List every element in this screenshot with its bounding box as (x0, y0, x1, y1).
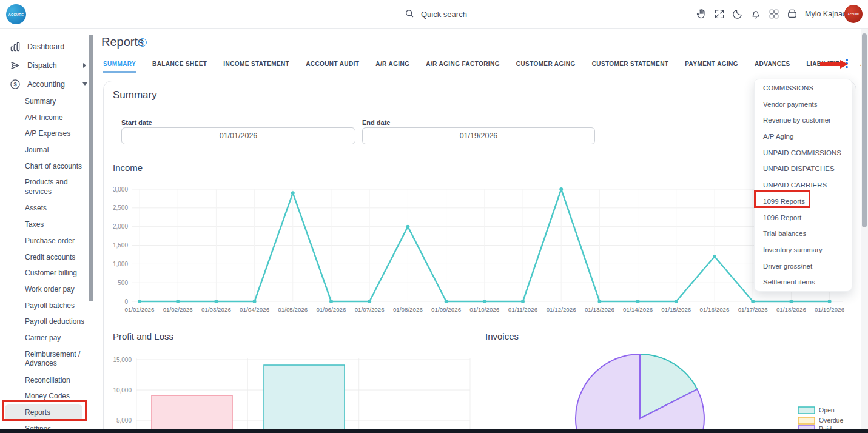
sidebar-item-chart-of-accounts[interactable]: Chart of accounts (5, 158, 82, 175)
menu-item-trial-balances[interactable]: Trial balances (755, 226, 852, 242)
sidebar-scrollbar[interactable] (89, 35, 93, 301)
tab-a-r-aging[interactable]: A/R AGING (375, 61, 409, 73)
menu-item-1096-report[interactable]: 1096 Report (755, 210, 852, 226)
sidebar-item-taxes[interactable]: Taxes (5, 216, 82, 233)
quick-search-label: Quick search (421, 10, 467, 19)
sidebar-item-accounting[interactable]: $Accounting (0, 75, 97, 93)
svg-text:01/10/2026: 01/10/2026 (469, 306, 500, 313)
sidebar-item-a-p-expenses[interactable]: A/P Expenses (5, 126, 82, 142)
dollar-circle-icon: $ (9, 78, 21, 90)
sidebar-item-payroll-batches[interactable]: Payroll batches (5, 298, 82, 314)
menu-item-inventory-summary[interactable]: Inventory summary (755, 242, 852, 258)
hand-icon[interactable] (695, 8, 707, 20)
pnl-chart: 5,00010,00015,000 (100, 340, 476, 433)
svg-text:01/01/2026: 01/01/2026 (124, 306, 155, 313)
svg-text:01/06/2026: 01/06/2026 (316, 306, 346, 313)
tab-payment-aging[interactable]: PAYMENT AGING (685, 61, 738, 73)
sidebar-item-work-order-pay[interactable]: Work order pay (5, 281, 82, 298)
sidebar-item-purchase-order[interactable]: Purchase order (5, 233, 82, 249)
sidebar-item-carrier-pay[interactable]: Carrier pay (5, 330, 82, 346)
avatar[interactable]: ACCURE (844, 5, 863, 23)
invoices-chart: OpenOverduePaid (479, 337, 858, 432)
topbar-icons (695, 8, 798, 20)
quick-search[interactable]: Quick search (404, 8, 467, 21)
summary-heading: Summary (113, 89, 157, 101)
svg-text:Open: Open (819, 406, 835, 414)
svg-text:1,500: 1,500 (113, 242, 128, 249)
svg-text:15,000: 15,000 (113, 357, 132, 363)
menu-item-driver-gross-net[interactable]: Driver gross/net (755, 258, 852, 275)
end-date-label: End date (362, 119, 390, 126)
sidebar-item-customer-billing[interactable]: Customer billing (5, 265, 82, 281)
sidebar-item-summary[interactable]: Summary (5, 93, 82, 110)
tab-customer-aging[interactable]: CUSTOMER AGING (516, 61, 576, 73)
page-title: Reports (101, 35, 144, 49)
chevron-right-icon (83, 63, 86, 68)
svg-text:01/18/2026: 01/18/2026 (776, 306, 807, 313)
svg-text:01/17/2026: 01/17/2026 (738, 306, 769, 313)
sidebar-item-assets[interactable]: Assets (5, 200, 82, 216)
tab-income-statement[interactable]: INCOME STATEMENT (223, 61, 289, 73)
svg-text:01/09/2026: 01/09/2026 (431, 306, 462, 313)
tab-balance-sheet[interactable]: BALANCE SHEET (152, 61, 207, 73)
reports-overflow-menu: COMMISSIONSVendor paymentsRevenue by cus… (754, 79, 852, 292)
app-logo[interactable]: ACCURE (6, 4, 26, 24)
sidebar: DashboardDispatch$Accounting SummaryA/R … (0, 29, 97, 433)
svg-text:500: 500 (118, 280, 128, 286)
moon-icon[interactable] (732, 8, 744, 20)
tab-summary[interactable]: SUMMARY (103, 61, 136, 73)
sidebar-item-a-r-income[interactable]: A/R Income (5, 110, 82, 126)
menu-item-revenue-by-customer[interactable]: Revenue by customer (755, 112, 852, 129)
printer-icon[interactable] (786, 8, 798, 20)
menu-item-unpaid-commissions[interactable]: UNPAID COMMISSIONS (755, 145, 852, 161)
app-window: ACCURE Quick search (0, 0, 868, 433)
menu-item-settlement-items[interactable]: Settlement items (755, 274, 852, 290)
tab-account-audit[interactable]: ACCOUNT AUDIT (306, 61, 359, 73)
menu-item-unpaid-dispatches[interactable]: UNPAID DISPATCHES (755, 161, 852, 177)
svg-text:01/14/2026: 01/14/2026 (623, 306, 653, 313)
svg-text:01/05/2026: 01/05/2026 (278, 306, 308, 313)
topbar: ACCURE Quick search (0, 0, 868, 29)
sidebar-item-reconciliation[interactable]: Reconciliation (5, 372, 82, 389)
fullscreen-icon[interactable] (713, 8, 725, 20)
sidebar-item-label: Accounting (27, 80, 65, 89)
svg-text:01/16/2026: 01/16/2026 (699, 306, 730, 313)
sidebar-accounting-children: SummaryA/R IncomeA/P ExpensesJournalChar… (0, 93, 97, 433)
main-scrollbar[interactable] (862, 33, 867, 227)
svg-text:01/19/2026: 01/19/2026 (815, 306, 845, 313)
svg-text:5,000: 5,000 (116, 417, 132, 424)
sidebar-item-reimbursement-advances[interactable]: Reimbursement / Advances (5, 346, 82, 372)
help-icon[interactable]: ? (138, 38, 147, 47)
chevron-down-icon (82, 82, 87, 86)
annotation-box-menu-1099 (754, 190, 810, 208)
sidebar-item-products-and-services[interactable]: Products and services (5, 174, 82, 200)
tab-customer-statement[interactable]: CUSTOMER STATEMENT (592, 61, 669, 73)
sidebar-item-dashboard[interactable]: Dashboard (0, 37, 97, 56)
menu-item-a-p-aging[interactable]: A/P Aging (755, 129, 852, 145)
bell-icon[interactable] (750, 8, 762, 20)
tabs-divider (103, 73, 856, 73)
tab-advances[interactable]: ADVANCES (755, 61, 790, 73)
user-name[interactable]: Mylo Kajnaco (805, 10, 850, 18)
sidebar-item-credit-accounts[interactable]: Credit accounts (5, 249, 82, 266)
svg-text:01/02/2026: 01/02/2026 (163, 306, 193, 313)
svg-text:2,000: 2,000 (113, 223, 128, 230)
apps-grid-icon[interactable] (768, 8, 780, 20)
svg-text:01/03/2026: 01/03/2026 (201, 306, 232, 313)
sidebar-item-journal[interactable]: Journal (5, 142, 82, 158)
sidebar-item-dispatch[interactable]: Dispatch (0, 56, 97, 75)
svg-text:3,000: 3,000 (113, 186, 128, 193)
svg-text:$: $ (13, 81, 16, 87)
start-date-input[interactable]: 01/01/2026 (121, 127, 355, 144)
menu-item-commissions[interactable]: COMMISSIONS (755, 80, 852, 96)
svg-text:2,500: 2,500 (113, 204, 128, 211)
menu-item-vendor-payments[interactable]: Vendor payments (755, 96, 852, 113)
svg-text:01/11/2026: 01/11/2026 (508, 306, 538, 313)
search-icon (404, 8, 415, 21)
sidebar-item-payroll-deductions[interactable]: Payroll deductions (5, 314, 82, 330)
tab-a-r-aging-factoring[interactable]: A/R AGING FACTORING (426, 61, 500, 73)
svg-text:Overdue: Overdue (819, 417, 843, 424)
svg-text:01/12/2026: 01/12/2026 (547, 306, 577, 313)
svg-text:01/13/2026: 01/13/2026 (585, 306, 615, 313)
end-date-input[interactable]: 01/19/2026 (362, 127, 595, 144)
